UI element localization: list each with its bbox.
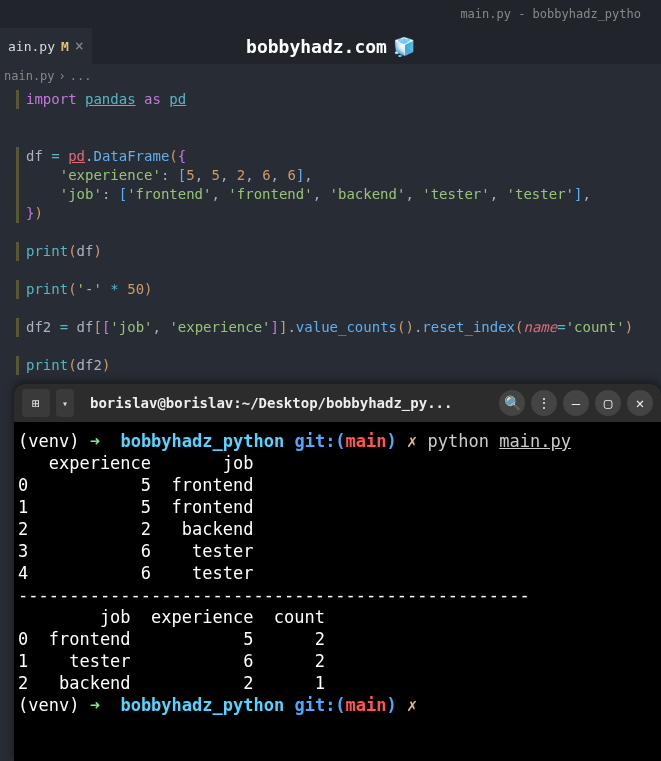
tab-bar: ain.py M × bobbyhadz.com 🧊 xyxy=(0,28,661,64)
breadcrumb[interactable]: nain.py › ... xyxy=(0,64,661,88)
minimize-button[interactable]: — xyxy=(563,390,589,416)
close-tab-icon[interactable]: × xyxy=(75,37,84,55)
terminal-title: borislav@borislav:~/Desktop/bobbyhadz_py… xyxy=(84,395,493,411)
window-title: main.py - bobbyhadz_pytho xyxy=(460,7,641,21)
close-icon: ✕ xyxy=(636,395,644,411)
modified-indicator: M xyxy=(61,39,69,54)
tab-filename: ain.py xyxy=(8,39,55,54)
cube-icon: 🧊 xyxy=(393,36,415,57)
editor-tab[interactable]: ain.py M × xyxy=(0,28,92,64)
maximize-icon: ▢ xyxy=(604,395,612,411)
minimize-icon: — xyxy=(572,395,580,411)
terminal-header: ⊞ ▾ borislav@borislav:~/Desktop/bobbyhad… xyxy=(14,384,661,422)
search-icon: 🔍 xyxy=(504,395,521,411)
chevron-down-icon: ▾ xyxy=(62,398,68,409)
menu-button[interactable]: ⋮ xyxy=(531,390,557,416)
chevron-right-icon: › xyxy=(59,69,66,83)
maximize-button[interactable]: ▢ xyxy=(595,390,621,416)
watermark-title: bobbyhadz.com 🧊 xyxy=(246,36,415,57)
breadcrumb-more[interactable]: ... xyxy=(70,69,92,83)
menu-icon: ⋮ xyxy=(537,395,551,411)
terminal-panel: ⊞ ▾ borislav@borislav:~/Desktop/bobbyhad… xyxy=(14,384,661,761)
new-tab-dropdown[interactable]: ▾ xyxy=(56,389,74,417)
title-bar: main.py - bobbyhadz_pytho xyxy=(0,0,661,28)
terminal-output[interactable]: (venv) ➜ bobbyhadz_python git:(main) ✗ p… xyxy=(14,422,661,724)
new-tab-icon: ⊞ xyxy=(32,396,40,411)
close-button[interactable]: ✕ xyxy=(627,390,653,416)
search-button[interactable]: 🔍 xyxy=(499,390,525,416)
breadcrumb-file[interactable]: nain.py xyxy=(4,69,55,83)
new-tab-button[interactable]: ⊞ xyxy=(22,389,50,417)
code-editor[interactable]: import pandas as pd df = pd.DataFrame({ … xyxy=(0,88,661,383)
